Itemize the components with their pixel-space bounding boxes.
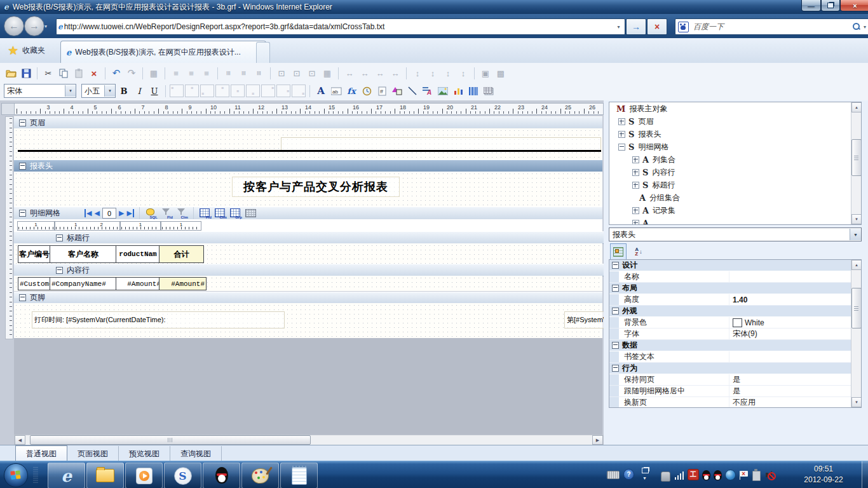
shape-icon[interactable] bbox=[390, 84, 404, 98]
property-category[interactable]: 布局 bbox=[609, 283, 861, 294]
report-header-area[interactable]: 按客户与产品交叉分析报表 bbox=[14, 172, 602, 207]
textbox-element-icon[interactable]: ab bbox=[329, 84, 343, 98]
sql-query-icon[interactable]: SQL bbox=[145, 208, 158, 219]
property-category[interactable]: 设计 bbox=[609, 260, 861, 271]
font-size-combo[interactable]: 小五 ▾ bbox=[81, 84, 116, 98]
band-detail-grid[interactable]: 明细网格 ◀ ◀ ▶ ▶ SQL Fld Clm Fld Clm Grp bbox=[14, 207, 602, 220]
go-button[interactable]: → bbox=[626, 18, 646, 35]
page-footer-area[interactable]: 打印时间: [#SystemVar(CurrentDateTime): 第[#S… bbox=[14, 303, 602, 338]
column-ruler-seg[interactable]: 1 bbox=[120, 221, 161, 231]
tab-normal-view[interactable]: 普通视图 bbox=[15, 445, 67, 461]
align-left-icon[interactable]: ≡ bbox=[169, 66, 183, 80]
page-header-area[interactable] bbox=[14, 128, 602, 159]
content-cell[interactable]: #CompanyName# bbox=[50, 277, 119, 290]
address-bar[interactable]: e ▾ bbox=[56, 18, 625, 35]
next-record-icon[interactable]: ▶ bbox=[119, 209, 124, 217]
taskbar-explorer-button[interactable] bbox=[86, 463, 124, 488]
tree-item-title-row[interactable]: S 标题行 bbox=[609, 179, 861, 191]
selector-dropdown-icon[interactable]: ▼ bbox=[850, 229, 861, 240]
tree-item-partial[interactable]: A bbox=[609, 217, 861, 225]
tab-query-view[interactable]: 查询视图 bbox=[170, 446, 222, 461]
tree-item-page-header[interactable]: S 页眉 bbox=[609, 115, 861, 128]
prev-record-icon[interactable]: ◀ bbox=[94, 209, 99, 217]
qq-tray-icon-2[interactable] bbox=[714, 470, 722, 480]
collapse-icon[interactable] bbox=[618, 144, 625, 151]
taskbar-sogou-button[interactable]: S bbox=[164, 463, 201, 488]
column-list-icon[interactable]: Clm bbox=[214, 208, 227, 219]
title-row-area[interactable]: 客户编号 客户名称 roductNam 合计 bbox=[14, 243, 602, 264]
vspace-decrease-icon[interactable]: ↕ bbox=[441, 66, 455, 80]
property-row[interactable]: 跟随明细网格居中是 bbox=[609, 386, 861, 397]
tree-scrollbar[interactable]: ▲ ▼ bbox=[851, 102, 861, 224]
browser-tab[interactable]: e Web报表(B/S报表)演示, 在网页中应用报表设计... bbox=[60, 41, 266, 64]
band-page-footer[interactable]: 页脚 bbox=[14, 292, 602, 304]
tree-item-content-row[interactable]: S 内容行 bbox=[609, 166, 861, 179]
align-bottom-icon[interactable]: ≡ bbox=[252, 66, 266, 80]
text-align-middle-icon[interactable]: ≡ bbox=[231, 85, 245, 97]
pgrid-scroll-thumb[interactable] bbox=[851, 288, 862, 329]
paste-icon[interactable] bbox=[72, 66, 86, 80]
expand-icon[interactable] bbox=[632, 220, 639, 226]
search-input[interactable] bbox=[692, 22, 850, 32]
address-dropdown-icon[interactable]: ▾ bbox=[614, 20, 623, 33]
page-number-element[interactable]: 第[#SystemVar(P bbox=[564, 311, 604, 329]
hspace-decrease-icon[interactable]: ↔ bbox=[373, 66, 387, 80]
column-ruler-seg[interactable]: 1 bbox=[17, 221, 55, 231]
print-time-element[interactable]: 打印时间: [#SystemVar(CurrentDateTime): bbox=[32, 311, 285, 329]
collapse-icon[interactable] bbox=[19, 119, 26, 126]
design-hscrollbar[interactable]: ◀ ▶ bbox=[14, 435, 604, 445]
header-cell[interactable]: 客户名称 bbox=[50, 245, 117, 263]
expand-icon[interactable] bbox=[632, 207, 639, 214]
vspace-remove-icon[interactable]: ↕ bbox=[456, 66, 470, 80]
safely-remove-icon[interactable] bbox=[752, 470, 763, 480]
content-cell[interactable]: #Amount# bbox=[116, 277, 163, 290]
url-input[interactable] bbox=[63, 22, 614, 32]
header-text-element[interactable] bbox=[281, 137, 601, 151]
text-align-bottom-right-icon[interactable]: ≡ bbox=[292, 85, 306, 97]
content-cell[interactable]: #Amount# bbox=[159, 277, 207, 290]
property-category[interactable]: 数据 bbox=[609, 340, 861, 351]
volume-muted-icon[interactable] bbox=[766, 470, 776, 480]
subreport-grid-icon[interactable] bbox=[482, 84, 496, 98]
property-row[interactable]: 换新页不应用 bbox=[609, 397, 861, 408]
font-family-dropdown-icon[interactable]: ▾ bbox=[65, 85, 76, 97]
report-design-canvas[interactable]: 3 4 5 6 7 8 9 10 11 12 13 14 15 16 17 18… bbox=[0, 100, 604, 445]
property-category[interactable]: 外观 bbox=[609, 306, 861, 317]
tab-preview-view[interactable]: 预览视图 bbox=[119, 446, 170, 461]
tree-item-column-set[interactable]: A 列集合 bbox=[609, 153, 861, 166]
search-dropdown-icon[interactable]: ▾ bbox=[864, 24, 866, 30]
tree-item-recordset[interactable]: A 记录集 bbox=[609, 204, 861, 217]
line-icon[interactable] bbox=[405, 84, 419, 98]
formula-icon[interactable]: fx bbox=[344, 84, 358, 98]
expand-icon[interactable] bbox=[618, 118, 625, 125]
redo-icon[interactable]: ↷ bbox=[125, 66, 139, 80]
scroll-left-icon[interactable]: ◀ bbox=[15, 435, 25, 445]
text-align-bottom-icon[interactable]: ≡ bbox=[246, 85, 260, 97]
search-icon[interactable] bbox=[853, 23, 860, 30]
hspace-equal-icon[interactable]: ↔ bbox=[342, 66, 356, 80]
clock-icon[interactable] bbox=[360, 84, 374, 98]
field-filter-icon[interactable]: Fld bbox=[160, 208, 173, 219]
qq-tray-icon[interactable] bbox=[702, 470, 710, 480]
text-align-bottom-left-icon[interactable]: ≡ bbox=[200, 85, 214, 97]
align-center-icon[interactable]: ≡ bbox=[184, 66, 198, 80]
text-align-top-icon[interactable]: ≡ bbox=[215, 85, 229, 97]
collapse-icon[interactable] bbox=[19, 210, 26, 217]
start-button[interactable] bbox=[4, 463, 28, 487]
hspace-remove-icon[interactable]: ↔ bbox=[388, 66, 402, 80]
browser-tray-icon[interactable] bbox=[725, 470, 736, 480]
tree-item-detail-grid[interactable]: S 明细网格 bbox=[609, 140, 861, 153]
property-row[interactable]: 背景色White bbox=[609, 317, 861, 329]
bring-front-icon[interactable]: ▣ bbox=[478, 66, 492, 80]
scroll-up-icon[interactable]: ▲ bbox=[851, 260, 862, 270]
tree-item-report-header[interactable]: S 报表头 bbox=[609, 128, 861, 140]
vspace-equal-icon[interactable]: ↕ bbox=[410, 66, 424, 80]
property-row[interactable]: 保持同页是 bbox=[609, 374, 861, 386]
scroll-down-icon[interactable]: ▼ bbox=[851, 214, 862, 224]
align-right-icon[interactable]: ≡ bbox=[200, 66, 214, 80]
header-cell[interactable]: 客户编号 bbox=[18, 245, 51, 263]
page-number-icon[interactable]: # bbox=[375, 84, 389, 98]
collapse-icon[interactable] bbox=[612, 262, 619, 269]
property-row[interactable]: 字体宋体(9) bbox=[609, 329, 861, 340]
text-align-top-left-icon[interactable]: ≡ bbox=[170, 85, 184, 97]
